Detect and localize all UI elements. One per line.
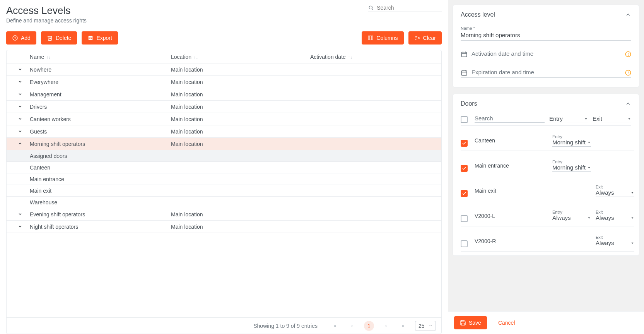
chevron-down-icon[interactable] bbox=[17, 128, 23, 134]
door-name: Main exit bbox=[475, 188, 548, 194]
sort-icon: ↑↓ bbox=[348, 55, 352, 60]
columns-button[interactable]: Columns bbox=[362, 31, 403, 45]
entry-select[interactable]: EntryAlways bbox=[552, 210, 591, 222]
assigned-door-row[interactable]: Main exit bbox=[7, 185, 441, 197]
name-input[interactable] bbox=[461, 31, 631, 40]
cell-name: Evening shift operators bbox=[30, 211, 171, 218]
assigned-door-row[interactable]: Main entrance bbox=[7, 173, 441, 185]
delete-button[interactable]: Delete bbox=[41, 31, 77, 45]
svg-rect-22 bbox=[461, 70, 467, 75]
table-row[interactable]: Canteen workersMain location bbox=[7, 113, 441, 125]
access-levels-table: Name↑↓ Location↑↓ Activation date↑↓ Nowh… bbox=[6, 50, 442, 334]
sort-icon: ↑↓ bbox=[46, 55, 51, 60]
table-row[interactable]: Evening shift operatorsMain location bbox=[7, 208, 441, 221]
cell-name: Morning shift operators bbox=[30, 141, 171, 147]
entry-select[interactable]: EntryMorning shift bbox=[552, 134, 591, 147]
chevron-up-icon[interactable] bbox=[625, 101, 631, 107]
cancel-button[interactable]: Cancel bbox=[492, 316, 521, 329]
table-row[interactable]: EverywhereMain location bbox=[7, 76, 441, 88]
table-row[interactable]: GuestsMain location bbox=[7, 125, 441, 138]
chevron-down-icon[interactable] bbox=[17, 224, 23, 229]
page-subtitle: Define and manage access rights bbox=[6, 17, 87, 24]
col-location[interactable]: Location↑↓ bbox=[171, 54, 310, 60]
cell-name: Everywhere bbox=[30, 79, 171, 85]
dropdown-arrow-icon bbox=[584, 117, 588, 121]
door-checkbox[interactable] bbox=[461, 190, 468, 197]
doors-header: Search Entry Exit bbox=[461, 115, 631, 126]
entry-select[interactable]: EntryMorning shift bbox=[552, 159, 591, 172]
table-row[interactable]: NowhereMain location bbox=[7, 63, 441, 76]
table-search-input[interactable] bbox=[377, 5, 442, 11]
cell-location: Main location bbox=[171, 116, 310, 122]
columns-icon bbox=[367, 35, 374, 41]
save-button[interactable]: Save bbox=[454, 316, 487, 329]
cell-location: Main location bbox=[171, 104, 310, 110]
door-checkbox[interactable] bbox=[461, 140, 468, 147]
exit-select[interactable]: ExitAlways bbox=[596, 185, 634, 197]
table-row[interactable]: DriversMain location bbox=[7, 101, 441, 113]
expiration-date-field[interactable]: Expiration date and time bbox=[461, 68, 631, 78]
pager-last[interactable]: » bbox=[398, 321, 408, 331]
plus-circle-icon bbox=[12, 35, 18, 41]
entry-header-select[interactable]: Entry bbox=[549, 115, 588, 123]
chevron-down-icon[interactable] bbox=[17, 67, 23, 72]
door-checkbox[interactable] bbox=[461, 215, 468, 222]
svg-marker-33 bbox=[632, 192, 634, 193]
table-row[interactable]: Morning shift operatorsMain location bbox=[7, 138, 441, 150]
col-activation[interactable]: Activation date↑↓ bbox=[310, 54, 437, 60]
exit-header-select[interactable]: Exit bbox=[593, 115, 631, 123]
sort-icon: ↑↓ bbox=[194, 55, 198, 60]
svg-marker-36 bbox=[632, 242, 634, 243]
cell-name: Guests bbox=[30, 128, 171, 135]
cell-name: Management bbox=[30, 91, 171, 98]
pager-first[interactable]: « bbox=[330, 321, 340, 331]
exit-select[interactable]: ExitAlways bbox=[596, 210, 634, 222]
name-field[interactable]: Name * bbox=[461, 26, 631, 41]
chevron-down-icon[interactable] bbox=[17, 91, 23, 97]
cell-location: Main location bbox=[171, 224, 310, 230]
doors-list: CanteenEntryMorning shiftMain entranceEn… bbox=[461, 126, 637, 252]
checkbox-all[interactable] bbox=[461, 116, 468, 123]
chevron-down-icon[interactable] bbox=[17, 211, 23, 217]
add-button[interactable]: Add bbox=[6, 31, 36, 45]
main-panel: Access Levels Define and manage access r… bbox=[0, 0, 448, 334]
door-checkbox[interactable] bbox=[461, 165, 468, 172]
clear-button[interactable]: Clear bbox=[408, 31, 442, 45]
export-button[interactable]: PDF Export bbox=[82, 31, 118, 45]
table-row[interactable]: ManagementMain location bbox=[7, 88, 441, 101]
warning-icon bbox=[625, 51, 631, 57]
table-row[interactable]: Night shift operatorsMain location bbox=[7, 221, 441, 233]
door-search-field[interactable]: Search bbox=[475, 115, 545, 123]
svg-marker-31 bbox=[588, 142, 590, 143]
assigned-doors-header: Assigned doors bbox=[7, 150, 441, 162]
activation-date-field[interactable]: Activation date and time bbox=[461, 49, 631, 59]
assigned-door-row[interactable]: Warehouse bbox=[7, 197, 441, 208]
calendar-icon bbox=[461, 51, 468, 58]
cell-name: Night shift operators bbox=[30, 224, 171, 230]
chevron-up-icon[interactable] bbox=[17, 141, 23, 146]
table-search[interactable] bbox=[368, 5, 442, 12]
chevron-down-icon[interactable] bbox=[17, 116, 23, 122]
svg-rect-15 bbox=[461, 52, 467, 57]
pager-page-1[interactable]: 1 bbox=[364, 321, 374, 331]
page-size-selector[interactable]: 25 bbox=[415, 321, 436, 331]
door-checkbox[interactable] bbox=[461, 240, 468, 247]
trash-icon bbox=[47, 35, 53, 41]
chevron-down-icon[interactable] bbox=[17, 79, 23, 84]
chevron-down-icon bbox=[429, 324, 432, 328]
pager-next[interactable]: › bbox=[381, 321, 391, 331]
chevron-up-icon[interactable] bbox=[625, 12, 631, 18]
access-level-card-title: Access level bbox=[461, 11, 495, 18]
header-row: Access Levels Define and manage access r… bbox=[6, 5, 442, 24]
exit-select[interactable]: ExitAlways bbox=[596, 235, 634, 247]
svg-line-1 bbox=[372, 9, 373, 10]
col-name[interactable]: Name↑↓ bbox=[30, 54, 171, 60]
details-panel: Access level Name * Activation date and … bbox=[448, 0, 644, 334]
door-name: V2000-R bbox=[475, 238, 548, 244]
table-body: NowhereMain locationEverywhereMain locat… bbox=[7, 63, 441, 317]
assigned-door-row[interactable]: Canteen bbox=[7, 162, 441, 173]
pager-prev[interactable]: ‹ bbox=[347, 321, 357, 331]
chevron-down-icon[interactable] bbox=[17, 104, 23, 109]
doors-card-title: Doors bbox=[461, 100, 477, 107]
cell-location: Main location bbox=[171, 67, 310, 73]
